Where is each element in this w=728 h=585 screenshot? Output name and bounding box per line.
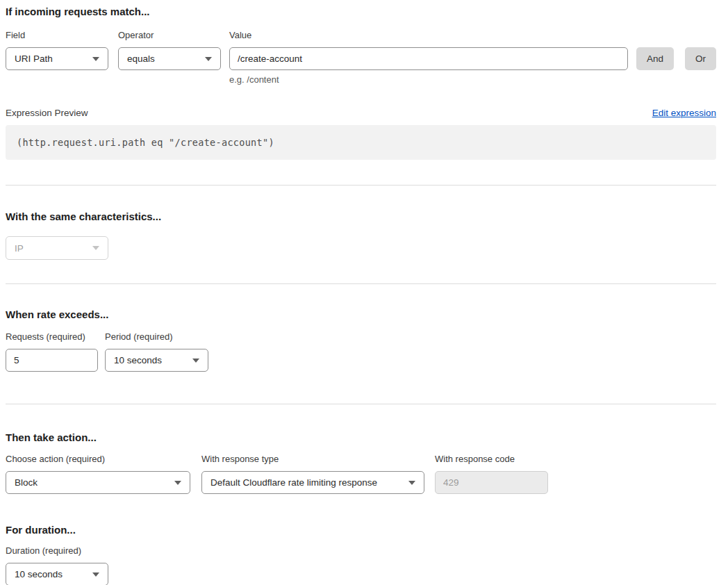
characteristic-select-value: IP: [15, 243, 24, 254]
duration-label: Duration (required): [6, 545, 716, 557]
duration-select[interactable]: 10 seconds: [6, 563, 108, 585]
and-button[interactable]: And: [636, 47, 674, 70]
field-select-value: URI Path: [15, 53, 53, 64]
choose-action-group: Choose action (required) Block: [6, 454, 190, 494]
expression-code: (http.request.uri.path eq "/create-accou…: [17, 137, 274, 148]
chevron-down-icon: [408, 481, 415, 485]
value-hint: e.g. /content: [229, 74, 628, 85]
rate-row: Requests (required) Period (required) 10…: [6, 331, 716, 372]
match-section-title: If incoming requests match...: [6, 6, 716, 18]
expression-preview-box: (http.request.uri.path eq "/create-accou…: [6, 125, 716, 160]
action-section-title: Then take action...: [6, 431, 716, 444]
period-label: Period (required): [105, 331, 208, 343]
edit-expression-link[interactable]: Edit expression: [652, 108, 716, 118]
chevron-down-icon: [92, 572, 99, 577]
response-type-select[interactable]: Default Cloudflare rate limiting respons…: [201, 471, 424, 494]
field-select[interactable]: URI Path: [6, 47, 108, 70]
action-select-value: Block: [15, 477, 38, 488]
chevron-down-icon: [92, 246, 99, 250]
section-divider: [6, 283, 716, 284]
duration-group: Duration (required) 10 seconds: [6, 545, 716, 585]
action-row: Choose action (required) Block With resp…: [6, 454, 716, 494]
value-group: Value e.g. /content: [229, 30, 628, 85]
expression-preview-header: Expression Preview Edit expression: [6, 108, 716, 118]
response-type-group: With response type Default Cloudflare ra…: [201, 454, 424, 494]
or-button[interactable]: Or: [685, 47, 716, 70]
requests-input[interactable]: [6, 349, 98, 372]
section-divider: [6, 404, 716, 404]
chevron-down-icon: [205, 57, 212, 61]
action-select[interactable]: Block: [6, 471, 190, 494]
duration-select-value: 10 seconds: [15, 569, 63, 579]
chevron-down-icon: [174, 481, 181, 485]
chevron-down-icon: [92, 57, 99, 61]
field-label: Field: [6, 30, 108, 41]
match-condition-row: Field URI Path Operator equals Value e.g…: [6, 30, 716, 85]
section-divider: [6, 185, 716, 186]
choose-action-label: Choose action (required): [6, 454, 190, 465]
rate-section-title: When rate exceeds...: [6, 308, 716, 321]
period-select[interactable]: 10 seconds: [105, 349, 208, 372]
chevron-down-icon: [192, 359, 199, 363]
characteristic-select: IP: [6, 236, 108, 260]
operator-select[interactable]: equals: [118, 47, 221, 70]
operator-label: Operator: [118, 30, 221, 41]
operator-group: Operator equals: [118, 30, 221, 70]
characteristics-section-title: With the same characteristics...: [6, 211, 716, 223]
response-type-select-value: Default Cloudflare rate limiting respons…: [210, 477, 377, 488]
duration-section-title: For duration...: [6, 524, 716, 536]
period-select-value: 10 seconds: [114, 355, 162, 365]
period-group: Period (required) 10 seconds: [105, 331, 208, 372]
response-code-input: [435, 471, 548, 494]
field-group: Field URI Path: [6, 30, 108, 70]
rate-limit-rule-form: If incoming requests match... Field URI …: [6, 6, 716, 585]
operator-select-value: equals: [127, 53, 155, 64]
value-label: Value: [229, 30, 628, 41]
requests-group: Requests (required): [6, 331, 98, 372]
value-input[interactable]: [229, 47, 628, 70]
response-code-group: With response code: [435, 454, 548, 494]
response-code-label: With response code: [435, 454, 548, 465]
requests-label: Requests (required): [6, 331, 98, 343]
expression-preview-label: Expression Preview: [6, 108, 88, 118]
response-type-label: With response type: [201, 454, 424, 465]
